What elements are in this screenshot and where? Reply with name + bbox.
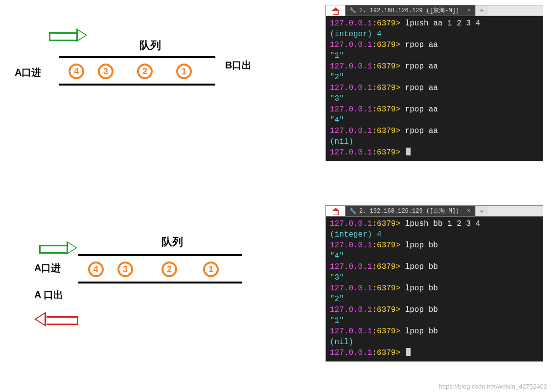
tab-new-button[interactable]: ✚	[475, 5, 488, 16]
label-a-in: A口进	[34, 261, 61, 275]
tab-close-icon[interactable]: ×	[467, 206, 471, 217]
terminal-line: (integer) 4	[330, 29, 539, 40]
tab-title-text: 2. 192.168.126.129 ([京淘-M])	[359, 5, 459, 16]
terminal-line: 127.0.0.1:6379> rpop aa	[330, 126, 539, 136]
terminal-line: 127.0.0.1:6379> rpop aa	[330, 104, 539, 115]
arrow-in-green	[49, 29, 87, 41]
arrow-in-green	[39, 242, 77, 254]
terminal-tabbar: 🔧 2. 192.168.126.129 ([京淘-M]) × ✚	[326, 206, 543, 217]
tab-session[interactable]: 🔧 2. 192.168.126.129 ([京淘-M]) ×	[346, 206, 475, 216]
queue-item-3: 3	[98, 64, 114, 79]
terminal-line: 127.0.0.1:6379> lpop bb	[330, 261, 539, 272]
terminal-window-2: 🔧 2. 192.168.126.129 ([京淘-M]) × ✚ 127.0.…	[325, 205, 543, 362]
terminal-line: "3"	[330, 272, 539, 283]
tab-new-button[interactable]: ✚	[475, 206, 488, 216]
label-a-in: A口进	[15, 66, 41, 79]
terminal-line: 127.0.0.1:6379> lpop bb	[330, 240, 539, 251]
terminal-line: "1"	[330, 50, 539, 61]
terminal-line: 127.0.0.1:6379> lpush bb 1 2 3 4	[330, 218, 539, 229]
label-a-out: A 口出	[34, 288, 63, 302]
queue-item-3: 3	[117, 261, 133, 277]
terminal-line: (nil)	[330, 337, 539, 348]
diagram-queue-1: 队列 A口进 B口出 4 3 2 1	[15, 20, 279, 147]
tab-home[interactable]	[326, 206, 346, 216]
wrench-icon: 🔧	[349, 206, 356, 217]
tab-home[interactable]	[326, 5, 346, 16]
terminal-line: "4"	[330, 251, 539, 261]
queue-item-2: 2	[161, 261, 177, 277]
terminal-cursor	[406, 348, 411, 356]
terminal-line: 127.0.0.1:6379> rpop aa	[330, 83, 539, 93]
terminal-line: "1"	[330, 315, 539, 326]
diagram-queue-2: 队列 A口进 4 3 2 1 A 口出	[15, 215, 279, 342]
terminal-line: (integer) 4	[330, 229, 539, 240]
terminal-line: "4"	[330, 115, 539, 126]
terminal-line: 127.0.0.1:6379>	[330, 348, 539, 358]
tab-close-icon[interactable]: ×	[467, 5, 471, 16]
terminal-line: 127.0.0.1:6379> rpop aa	[330, 40, 539, 50]
terminal-line: "3"	[330, 93, 539, 104]
terminal-body[interactable]: 127.0.0.1:6379> lpush aa 1 2 3 4(integer…	[326, 16, 543, 161]
queue-item-4: 4	[88, 261, 104, 277]
terminal-line: (nil)	[330, 136, 539, 147]
terminal-line: 127.0.0.1:6379>	[330, 147, 539, 158]
queue-item-2: 2	[137, 64, 153, 79]
terminal-body[interactable]: 127.0.0.1:6379> lpush bb 1 2 3 4(integer…	[326, 217, 543, 361]
arrow-out-red	[34, 313, 78, 326]
terminal-line: 127.0.0.1:6379> lpop bb	[330, 326, 539, 337]
watermark-text: https://blog.csdn.net/weixin_42752402	[439, 383, 547, 390]
terminal-tabbar: 🔧 2. 192.168.126.129 ([京淘-M]) × ✚	[326, 5, 543, 16]
queue-item-4: 4	[69, 64, 84, 79]
label-b-out: B口出	[225, 59, 252, 72]
terminal-line: "2"	[330, 294, 539, 305]
home-icon	[332, 7, 340, 14]
terminal-line: 127.0.0.1:6379> rpop aa	[330, 61, 539, 72]
terminal-line: "2"	[330, 72, 539, 83]
terminal-line: 127.0.0.1:6379> lpush aa 1 2 3 4	[330, 18, 539, 29]
terminal-window-1: 🔧 2. 192.168.126.129 ([京淘-M]) × ✚ 127.0.…	[325, 5, 543, 161]
tab-session[interactable]: 🔧 2. 192.168.126.129 ([京淘-M]) ×	[346, 5, 475, 16]
section-queue-fifo: 队列 A口进 B口出 4 3 2 1 🔧 2. 192.168.126.129 …	[0, 5, 553, 191]
section-queue-stack: 队列 A口进 4 3 2 1 A 口出 🔧 2. 192.168.126.129…	[0, 205, 553, 391]
terminal-line: 127.0.0.1:6379> lpop bb	[330, 305, 539, 315]
diagram-title: 队列	[161, 235, 183, 249]
wrench-icon: 🔧	[349, 5, 356, 16]
queue-item-1: 1	[176, 64, 192, 79]
terminal-line: 127.0.0.1:6379> lpop bb	[330, 283, 539, 294]
terminal-cursor	[406, 148, 411, 155]
diagram-title: 队列	[139, 38, 161, 53]
home-icon	[332, 208, 340, 215]
tab-title-text: 2. 192.168.126.129 ([京淘-M])	[359, 206, 459, 217]
queue-item-1: 1	[203, 261, 219, 277]
